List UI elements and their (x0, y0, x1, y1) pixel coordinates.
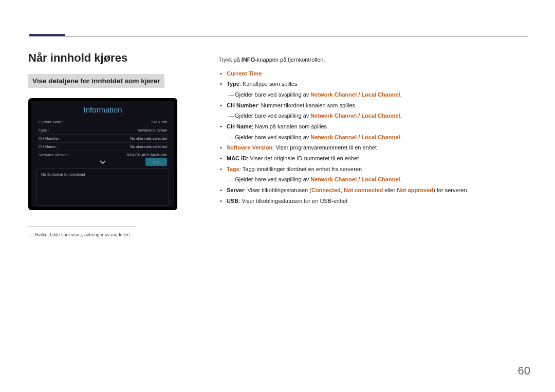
info-row: Type : Network Channel (36, 126, 169, 135)
sub-item: ― Gjelder bare ved avspilling av Network… (228, 133, 527, 142)
footnote-divider (28, 227, 136, 227)
bullet-item: • MAC ID: Viser det originale ID-nummere… (218, 154, 527, 163)
sub-item: ― Gjelder bare ved avspilling av Network… (228, 90, 527, 100)
bullet-dot-icon: • (218, 154, 227, 163)
bullet-item: • Type: Kanaltype som spilles (218, 79, 527, 89)
info-label: Current Time : (39, 120, 63, 124)
info-rows: Current Time : 11:07 am Type : Network C… (31, 114, 174, 159)
footnote-dash-icon: ― (28, 232, 33, 237)
ok-button[interactable]: OK (145, 158, 167, 166)
bullet-dot-icon: • (218, 122, 227, 132)
info-value: Network Channel (137, 128, 167, 133)
bullet-dot-icon: • (218, 101, 227, 110)
bullet-dot-icon: • (218, 69, 227, 79)
info-panel: Information Current Time : 11:07 am Type… (31, 101, 174, 207)
info-value: No channels selected (130, 144, 167, 149)
page: Når innhold kjøres Vise detaljene for in… (0, 0, 555, 392)
schedule-box: No Schedule to download (36, 169, 169, 206)
section-subheading: Vise detaljene for innholdet som kjører (28, 74, 164, 88)
info-label: Type : (39, 128, 49, 133)
sub-item: ― Gjelder bare ved avspilling av Network… (228, 175, 527, 184)
sub-dash-icon: ― (228, 133, 235, 142)
sub-item: ― Gjelder bare ved avspilling av Network… (228, 111, 527, 121)
bullet-item: • CH Number: Nummer tilordnet kanalen so… (218, 101, 527, 110)
page-title: Når innhold kjøres (28, 51, 208, 65)
header-divider (29, 36, 528, 36)
info-row: CH Number : No channels selected (36, 135, 169, 143)
bullet-item: • Server: Viser tilkoblingsstatusen (Con… (218, 185, 527, 195)
info-value: No channels selected (130, 136, 167, 141)
bullet-item: • CH Name; Navn på kanalen som spilles (218, 122, 527, 132)
footnote: ―Hvilket bilde som vises, avhenger av mo… (28, 232, 208, 237)
right-column: Trykk på INFO-knappen på fjernkontrollen… (218, 51, 527, 237)
bullet-item: • USB: Viser tilkoblingsstatusen for en … (218, 196, 527, 206)
sub-dash-icon: ― (228, 90, 235, 100)
footnote-text: Hvilket bilde som vises, avhenger av mod… (35, 232, 131, 237)
info-row: Current Time : 11:07 am (36, 118, 169, 126)
bullet-dot-icon: • (218, 185, 227, 195)
content-columns: Når innhold kjøres Vise detaljene for in… (28, 26, 527, 237)
bullet-item: • Tags: Tagg-innstillinger tilordnet en … (218, 164, 527, 174)
bullet-dot-icon: • (218, 143, 227, 153)
bullet-item: • Current Time (218, 69, 527, 79)
page-number: 60 (518, 364, 530, 378)
info-label: CH Name : (39, 144, 58, 149)
bullet-dot-icon: • (218, 164, 227, 174)
info-row: CH Name : No channels selected (36, 143, 169, 151)
left-column: Når innhold kjøres Vise detaljene for in… (28, 51, 218, 237)
info-panel-title: Information (31, 101, 174, 114)
bullet-dot-icon: • (218, 79, 227, 89)
sub-dash-icon: ― (228, 111, 235, 121)
intro-line: Trykk på INFO-knappen på fjernkontrollen… (218, 55, 527, 65)
bullet-dot-icon: • (218, 196, 227, 206)
bullet-highlight: Current Time (227, 70, 262, 77)
sub-dash-icon: ― (228, 175, 235, 184)
info-value: 11:07 am (151, 120, 167, 124)
info-screenshot: Information Current Time : 11:07 am Type… (28, 98, 177, 210)
info-label: Software Version : (39, 153, 70, 157)
info-label: CH Number : (39, 136, 61, 141)
bullet-item: • Software Version: Viser programvarenum… (218, 143, 527, 153)
info-value: B2B-EP-APP-5415-045 (127, 153, 167, 157)
